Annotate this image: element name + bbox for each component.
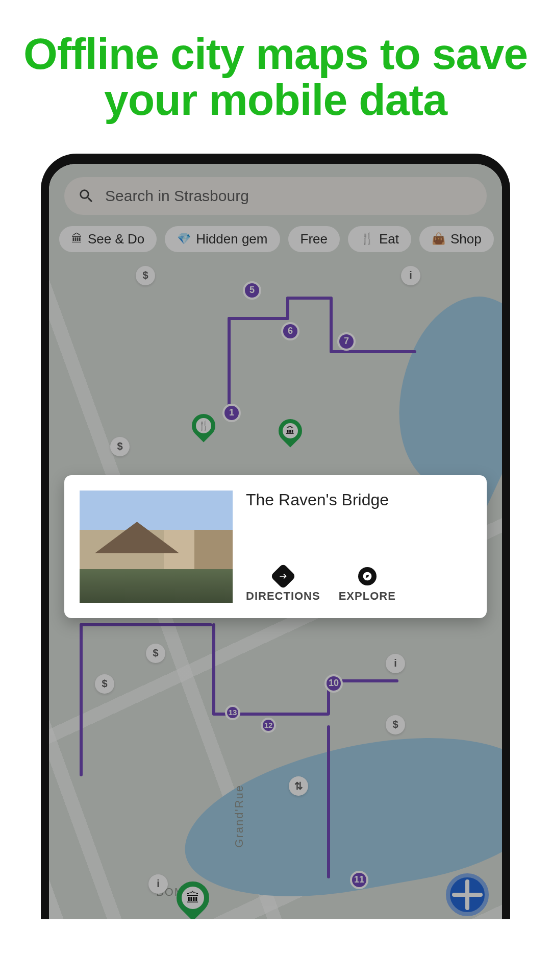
map-label-grandrue: Grand'Rue [233, 785, 246, 848]
directions-button[interactable]: DIRECTIONS [246, 567, 320, 603]
route-stop-6[interactable]: 6 [281, 322, 299, 340]
chip-eat[interactable]: 🍴 Eat [348, 226, 411, 252]
chip-label: Eat [379, 231, 399, 247]
map-marker-info[interactable]: i [401, 266, 420, 285]
map-marker-dollar[interactable]: $ [136, 266, 155, 285]
poi-card[interactable]: The Raven's Bridge DIRECTIONS EXPLORE [64, 475, 487, 618]
fork-icon: 🍴 [196, 418, 211, 433]
directions-label: DIRECTIONS [246, 590, 320, 603]
chip-see-do[interactable]: 🏛 See & Do [59, 226, 157, 252]
route-stop-7[interactable]: 7 [337, 332, 356, 351]
search-placeholder: Search in Strasbourg [105, 187, 249, 205]
recenter-button[interactable] [446, 873, 489, 916]
route-stop-11[interactable]: 11 [350, 871, 368, 889]
device-frame: BOMA Grand'Rue 1 5 6 7 10 11 12 13 🍴 🏛 🏛… [41, 154, 510, 919]
route-stop-10[interactable]: 10 [324, 674, 343, 693]
compass-icon [358, 567, 377, 585]
map-marker-dollar[interactable]: $ [146, 644, 165, 663]
search-icon [78, 187, 95, 205]
chip-label: Free [300, 231, 328, 247]
poi-title: The Raven's Bridge [246, 491, 471, 509]
bag-icon: 👜 [432, 232, 445, 246]
search-input[interactable]: Search in Strasbourg [64, 177, 487, 215]
device-screen: BOMA Grand'Rue 1 5 6 7 10 11 12 13 🍴 🏛 🏛… [49, 164, 502, 919]
map-marker-dollar[interactable]: $ [95, 674, 114, 694]
explore-button[interactable]: EXPLORE [339, 567, 396, 603]
map-marker-dollar[interactable]: $ [386, 715, 405, 734]
gem-icon: 💎 [177, 232, 191, 246]
poi-thumbnail [80, 491, 233, 603]
route-stop-13[interactable]: 13 [225, 705, 240, 720]
chip-label: Shop [450, 231, 482, 247]
explore-label: EXPLORE [339, 590, 396, 603]
map-marker-dollar[interactable]: $ [110, 437, 130, 456]
museum-icon: 🏛 [182, 887, 204, 909]
route-stop-12[interactable]: 12 [261, 718, 276, 733]
map-marker-info[interactable]: i [148, 874, 168, 894]
museum-icon: 🏛 [71, 232, 83, 246]
museum-icon: 🏛 [283, 423, 298, 438]
map-marker-crossing[interactable]: ⇅ [289, 776, 308, 796]
promo-headline: Offline city maps to save your mobile da… [0, 0, 551, 138]
chip-free[interactable]: Free [288, 226, 340, 252]
route-stop-1[interactable]: 1 [222, 404, 241, 422]
chip-hidden-gem[interactable]: 💎 Hidden gem [165, 226, 280, 252]
map-marker-info[interactable]: i [386, 654, 405, 673]
chip-label: Hidden gem [196, 231, 267, 247]
directions-icon [270, 563, 296, 589]
chip-shop[interactable]: 👜 Shop [419, 226, 494, 252]
fork-icon: 🍴 [360, 232, 374, 246]
route-stop-5[interactable]: 5 [243, 281, 261, 300]
chip-label: See & Do [88, 231, 144, 247]
filter-chips-row: 🏛 See & Do 💎 Hidden gem Free 🍴 Eat 👜 Sho… [59, 226, 502, 252]
